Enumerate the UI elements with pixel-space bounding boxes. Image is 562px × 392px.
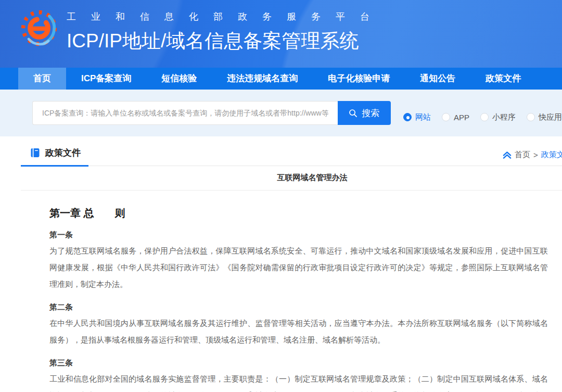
breadcrumb-current: 政策文件 bbox=[541, 150, 562, 160]
article-heading: 第一条 bbox=[49, 227, 548, 243]
article-1: 第一条 为了规范互联网域名服务，保护用户合法权益，保障互联网域名系统安全、可靠运… bbox=[49, 227, 548, 293]
radio-icon[interactable] bbox=[480, 113, 489, 121]
search-type-group: 网站 APP 小程序 快应用 bbox=[403, 112, 562, 122]
article-3: 第三条 工业和信息化部对全国的域名服务实施监督管理，主要职责是：（一）制定互联网… bbox=[49, 355, 548, 392]
document-body: 第一章 总 则 第一条 为了规范互联网域名服务，保护用户合法权益，保障互联网域名… bbox=[49, 206, 548, 392]
article-text: 在中华人民共和国境内从事互联网域名服务及其运行维护、监督管理等相关活动，应当遵守… bbox=[49, 315, 548, 348]
search-band: 搜索 网站 APP 小程序 快应用 bbox=[0, 90, 562, 136]
document-title-row: 互联网域名管理办法 bbox=[21, 166, 562, 191]
type-option-quickapp[interactable]: 快应用 bbox=[527, 112, 562, 122]
breadcrumb: 首页 > 政策文件 bbox=[503, 150, 562, 160]
search-icon bbox=[349, 109, 357, 118]
nav-item-illegal-domain-query[interactable]: 违法违规域名查询 bbox=[212, 68, 313, 90]
breadcrumb-home-link[interactable]: 首页 bbox=[515, 150, 530, 160]
search-button[interactable]: 搜索 bbox=[338, 101, 391, 125]
policy-book-icon bbox=[30, 148, 40, 158]
nav-item-sms-verify[interactable]: 短信核验 bbox=[146, 68, 212, 90]
breadcrumb-separator: > bbox=[533, 150, 538, 159]
article-heading: 第二条 bbox=[49, 299, 548, 315]
radio-icon[interactable] bbox=[527, 113, 535, 121]
article-heading: 第三条 bbox=[49, 355, 548, 371]
section-header: 政策文件 首页 > 政策文件 bbox=[21, 136, 562, 166]
content-area: 政策文件 首页 > 政策文件 互联网域名管理办法 第一章 总 则 第一条 bbox=[0, 136, 562, 392]
active-tab-underline bbox=[21, 165, 88, 167]
document-title: 互联网域名管理办法 bbox=[277, 173, 348, 182]
miit-logo-icon bbox=[20, 6, 59, 50]
radio-checked-icon[interactable] bbox=[403, 113, 412, 121]
article-text: 为了规范互联网域名服务，保护用户合法权益，保障互联网域名系统安全、可靠运行，推动… bbox=[49, 243, 548, 293]
nav-item-notices[interactable]: 通知公告 bbox=[405, 68, 470, 90]
system-title: ICP/IP地址/域名信息备案管理系统 bbox=[67, 28, 385, 54]
main-nav: 首页 ICP备案查询 短信核验 违法违规域名查询 电子化核验申请 通知公告 政策… bbox=[0, 68, 562, 90]
icp-search-input[interactable] bbox=[32, 101, 338, 125]
site-header: 工业和信息化部政务服务平台 ICP/IP地址/域名信息备案管理系统 bbox=[0, 0, 562, 68]
platform-name: 工业和信息化部政务服务平台 bbox=[67, 10, 385, 23]
search-button-label: 搜索 bbox=[362, 107, 379, 119]
type-option-miniprogram[interactable]: 小程序 bbox=[480, 112, 516, 122]
home-icon bbox=[503, 151, 512, 159]
nav-item-electronic-verify[interactable]: 电子化核验申请 bbox=[313, 68, 405, 90]
radio-icon[interactable] bbox=[442, 113, 450, 121]
section-title: 政策文件 bbox=[45, 147, 81, 159]
type-option-website[interactable]: 网站 bbox=[403, 112, 431, 122]
nav-item-policy-files[interactable]: 政策文件 bbox=[470, 68, 536, 90]
type-option-app[interactable]: APP bbox=[442, 113, 469, 122]
nav-item-home[interactable]: 首页 bbox=[18, 68, 66, 90]
nav-item-icp-query[interactable]: ICP备案查询 bbox=[66, 68, 146, 90]
article-2: 第二条 在中华人民共和国境内从事互联网域名服务及其运行维护、监督管理等相关活动，… bbox=[49, 299, 548, 348]
article-text: 工业和信息化部对全国的域名服务实施监督管理，主要职责是：（一）制定互联网域名管理… bbox=[49, 371, 548, 392]
chapter-heading: 第一章 总 则 bbox=[49, 206, 548, 220]
